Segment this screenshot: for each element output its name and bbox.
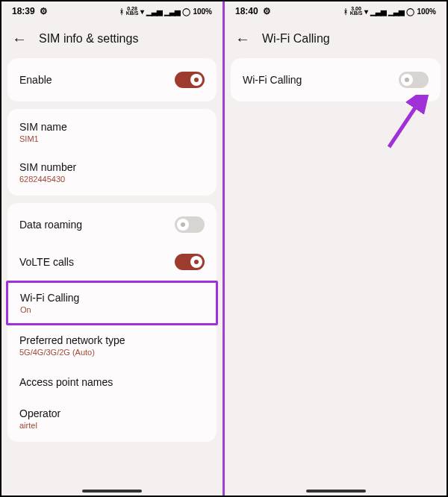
back-icon[interactable]: ←	[12, 31, 27, 46]
wifi-icon: ▾	[364, 7, 368, 16]
page-header: ← SIM info & settings	[1, 21, 223, 58]
nav-handle[interactable]	[306, 490, 366, 493]
sim-name-value: SIM1	[19, 134, 39, 143]
bluetooth-icon: ᚼ	[119, 7, 124, 16]
wifi-calling-toggle-row[interactable]: Wi-Fi Calling	[231, 61, 441, 99]
enable-row[interactable]: Enable	[7, 61, 217, 99]
volte-toggle[interactable]	[175, 254, 205, 270]
apn-label: Access point names	[19, 376, 113, 388]
bluetooth-icon: ᚼ	[343, 7, 348, 16]
battery-icon: ◯	[182, 7, 190, 16]
signal-icon: ▁▃▅	[388, 7, 404, 16]
battery-percent: 100%	[193, 7, 212, 16]
preferred-network-value: 5G/4G/3G/2G (Auto)	[19, 348, 95, 357]
network-speed: 3.00KB/S	[350, 7, 363, 16]
preferred-network-label: Preferred network type	[19, 334, 125, 346]
volte-label: VoLTE calls	[19, 256, 74, 268]
preferred-network-row[interactable]: Preferred network type 5G/4G/3G/2G (Auto…	[7, 325, 217, 366]
status-time: 18:40	[235, 6, 258, 16]
operator-row[interactable]: Operator airtel	[7, 398, 217, 439]
status-bar: 18:39 ⚙ ᚼ 0.28KB/S ▾ ▁▃▅ ▁▃▅ ◯ 100%	[1, 1, 223, 21]
wifi-calling-toggle[interactable]	[399, 72, 429, 88]
annotation-arrow-icon	[382, 95, 441, 154]
status-bar: 18:40 ⚙ ᚼ 3.00KB/S ▾ ▁▃▅ ▁▃▅ ◯ 100%	[225, 1, 447, 21]
sim-name-label: SIM name	[19, 121, 67, 133]
network-speed: 0.28KB/S	[126, 7, 139, 16]
sim-number-row[interactable]: SIM number 6282445430	[7, 152, 217, 193]
sim-name-row[interactable]: SIM name SIM1	[7, 112, 217, 152]
network-card: Data roaming VoLTE calls Wi-Fi Calling O…	[7, 203, 217, 442]
data-roaming-toggle[interactable]	[175, 216, 205, 233]
sim-number-value: 6282445430	[19, 175, 65, 184]
wifi-calling-label: Wi-Fi Calling	[243, 74, 302, 86]
enable-card: Enable	[7, 58, 217, 101]
page-header: ← Wi-Fi Calling	[225, 21, 447, 58]
volte-row[interactable]: VoLTE calls	[7, 243, 217, 281]
gear-icon: ⚙	[40, 6, 48, 16]
battery-percent: 100%	[417, 7, 436, 16]
back-icon[interactable]: ←	[235, 31, 250, 46]
signal-icon: ▁▃▅	[164, 7, 180, 16]
wifi-calling-status: On	[20, 305, 31, 314]
apn-row[interactable]: Access point names	[7, 366, 217, 398]
wifi-calling-card: Wi-Fi Calling	[231, 58, 441, 101]
data-roaming-label: Data roaming	[19, 219, 82, 231]
gear-icon: ⚙	[263, 6, 271, 16]
wifi-icon: ▾	[140, 7, 144, 16]
operator-label: Operator	[19, 407, 60, 419]
enable-toggle[interactable]	[175, 72, 205, 88]
page-title: SIM info & settings	[39, 32, 138, 46]
sim-card: SIM name SIM1 SIM number 6282445430	[7, 109, 217, 196]
signal-icon: ▁▃▅	[146, 7, 162, 16]
wifi-calling-row[interactable]: Wi-Fi Calling On	[6, 281, 218, 325]
nav-handle[interactable]	[82, 490, 142, 493]
signal-icon: ▁▃▅	[370, 7, 386, 16]
wifi-calling-label: Wi-Fi Calling	[20, 292, 79, 304]
enable-label: Enable	[19, 74, 52, 86]
status-time: 18:39	[12, 6, 35, 16]
battery-icon: ◯	[406, 7, 414, 16]
operator-value: airtel	[19, 421, 37, 430]
sim-number-label: SIM number	[19, 161, 76, 173]
page-title: Wi-Fi Calling	[262, 32, 330, 46]
data-roaming-row[interactable]: Data roaming	[7, 206, 217, 243]
